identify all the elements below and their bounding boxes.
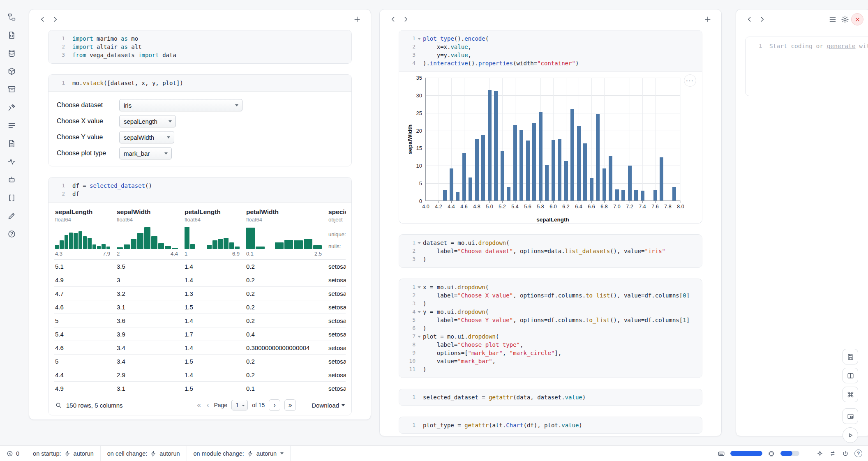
code-line[interactable]: 3)	[405, 255, 696, 263]
code-line[interactable]: 11)	[405, 365, 696, 373]
code-line[interactable]: 3from vega_datasets import data	[54, 51, 346, 59]
column-header[interactable]: petalLengthfloat64	[184, 207, 245, 224]
code-line[interactable]: 8 label="Choose plot type",	[405, 341, 696, 349]
add-cell-icon[interactable]	[351, 13, 363, 25]
code-line[interactable]: 3)	[405, 300, 696, 308]
save-icon[interactable]	[843, 349, 858, 364]
tools-icon[interactable]	[5, 101, 18, 113]
code-line[interactable]: 1mo.vstack([dataset, x, y, plot])	[54, 79, 346, 87]
empty-cell-editor[interactable]: 1 Start coding or generate with AI	[745, 37, 868, 96]
code-line[interactable]: 1import marimo as mo	[54, 35, 346, 43]
plot-type-select[interactable]: mark_bar	[119, 147, 172, 159]
code-editor[interactable]: 1mo.vstack([dataset, x, y, plot])	[48, 75, 351, 92]
app-frame-icon[interactable]	[843, 408, 858, 424]
keyboard-icon[interactable]	[718, 450, 725, 457]
error-indicator[interactable]: 0	[0, 446, 26, 461]
prev-page-icon[interactable]: ‹	[206, 401, 210, 409]
code-line[interactable]: 3 y=y.value,	[405, 51, 696, 59]
menu-icon[interactable]	[826, 13, 839, 25]
table-row[interactable]: 53.41.50.2setosa	[54, 355, 346, 368]
table-row[interactable]: 4.73.21.30.2setosa	[54, 287, 346, 300]
power-icon[interactable]	[842, 450, 849, 457]
code-editor[interactable]: 1selected_dataset = getattr(data, datase…	[399, 389, 702, 406]
table-row[interactable]: 4.63.41.40.30000000000000004setosa	[54, 341, 346, 355]
table-row[interactable]: 4.42.91.40.2setosa	[54, 368, 346, 382]
rows-icon[interactable]	[5, 119, 18, 131]
code-line[interactable]: 6)	[405, 324, 696, 332]
shutdown-close-icon[interactable]	[851, 13, 863, 25]
generate-ai-link[interactable]: generate	[827, 43, 856, 49]
fold-chevron-icon[interactable]	[416, 239, 423, 247]
chevron-left-icon[interactable]	[37, 13, 49, 25]
archive-icon[interactable]	[5, 83, 18, 95]
table-row[interactable]: 53.61.40.2setosa	[54, 314, 346, 327]
code-line[interactable]: 1plot_type = getattr(alt.Chart(df), plot…	[405, 421, 696, 429]
chevron-left-icon[interactable]	[743, 13, 756, 25]
on-module-change-setting[interactable]: on module change: autorun	[187, 446, 291, 461]
fold-chevron-icon[interactable]	[416, 308, 423, 316]
dataset-select[interactable]: iris	[119, 99, 242, 111]
column-header[interactable]: sepalLengthfloat64	[54, 207, 116, 224]
help-icon[interactable]	[5, 228, 18, 240]
settings-gear-icon[interactable]	[839, 13, 851, 25]
table-row[interactable]: 5.13.51.40.2setosa	[54, 260, 346, 273]
code-line[interactable]: 4).interactive().properties(width="conta…	[405, 59, 696, 67]
code-line[interactable]: 4y = mo.ui.dropdown(	[405, 308, 696, 316]
fold-chevron-icon[interactable]	[416, 332, 423, 341]
fold-chevron-icon[interactable]	[416, 35, 423, 43]
download-button[interactable]: Download	[312, 402, 345, 409]
code-line[interactable]: 5 label="Choose Y value", options=df.col…	[405, 316, 696, 324]
chevron-left-icon[interactable]	[387, 13, 399, 25]
bot-icon[interactable]	[5, 173, 18, 186]
code-editor[interactable]: 1df = selected_dataset()2df	[48, 177, 351, 203]
code-editor[interactable]: 1plot_type().encode(2 x=x.value,3 y=y.va…	[399, 30, 702, 72]
code-line[interactable]: 1selected_dataset = getattr(data, datase…	[405, 393, 696, 401]
on-cell-change-setting[interactable]: on cell change: autorun	[101, 446, 187, 461]
code-line[interactable]: 2 label="Choose dataset", options=data.l…	[405, 247, 696, 255]
code-editor[interactable]: 1dataset = mo.ui.dropdown(2 label="Choos…	[399, 235, 702, 267]
code-line[interactable]: 2 x=x.value,	[405, 43, 696, 51]
run-all-icon[interactable]	[843, 427, 858, 443]
brackets-icon[interactable]	[5, 191, 18, 204]
code-line[interactable]: 2df	[54, 190, 346, 198]
code-editor[interactable]: 1import marimo as mo2import altair as al…	[48, 30, 351, 63]
table-row[interactable]: 4.931.40.2setosa	[54, 273, 346, 287]
column-header[interactable]: petalWidthfloat64	[245, 207, 328, 224]
column-header[interactable]: speciesobject	[328, 207, 346, 224]
file-tree-icon[interactable]	[5, 11, 18, 23]
help-icon[interactable]	[854, 449, 862, 457]
table-row[interactable]: 4.93.11.50.1setosa	[54, 382, 346, 395]
swap-icon[interactable]	[829, 450, 836, 457]
code-line[interactable]: 1df = selected_dataset()	[54, 182, 346, 190]
on-startup-setting[interactable]: on startup: autorun	[26, 446, 101, 461]
code-line[interactable]: 1x = mo.ui.dropdown(	[405, 283, 696, 291]
code-line[interactable]: 7plot = mo.ui.dropdown(	[405, 332, 696, 341]
page-number-select[interactable]: 1	[231, 400, 248, 410]
code-editor[interactable]: 1plot_type = getattr(alt.Chart(df), plot…	[399, 417, 702, 433]
last-page-button[interactable]: »	[284, 399, 296, 411]
file-code-icon[interactable]	[5, 29, 18, 41]
first-page-icon[interactable]: «	[196, 401, 201, 409]
chevron-right-icon[interactable]	[49, 13, 61, 25]
code-line[interactable]: 10 value="mark_bar",	[405, 357, 696, 365]
table-row[interactable]: 5.43.91.70.4setosa	[54, 327, 346, 341]
chevron-right-icon[interactable]	[756, 13, 768, 25]
layout-columns-icon[interactable]	[843, 368, 858, 383]
activity-icon[interactable]	[5, 155, 18, 168]
command-palette-icon[interactable]	[843, 387, 858, 402]
next-page-button[interactable]: ›	[269, 399, 280, 411]
package-icon[interactable]	[5, 65, 18, 77]
column-header[interactable]: sepalWidthfloat64	[116, 207, 184, 224]
chart-menu-icon[interactable]	[684, 74, 696, 87]
database-icon[interactable]	[5, 47, 18, 59]
document-icon[interactable]	[5, 137, 18, 150]
chevron-right-icon[interactable]	[399, 13, 412, 25]
y-value-select[interactable]: sepalWidth	[119, 131, 174, 143]
ai-sparkle-icon[interactable]	[816, 450, 824, 457]
pencil-icon[interactable]	[5, 210, 18, 222]
fold-chevron-icon[interactable]	[416, 283, 423, 291]
code-line[interactable]: 1dataset = mo.ui.dropdown(	[405, 239, 696, 247]
code-line[interactable]: 2import altair as alt	[54, 43, 346, 51]
table-row[interactable]: 4.63.11.50.2setosa	[54, 300, 346, 314]
chart-plot[interactable]: 051015202530354.04.24.44.64.85.05.25.45.…	[425, 78, 680, 201]
